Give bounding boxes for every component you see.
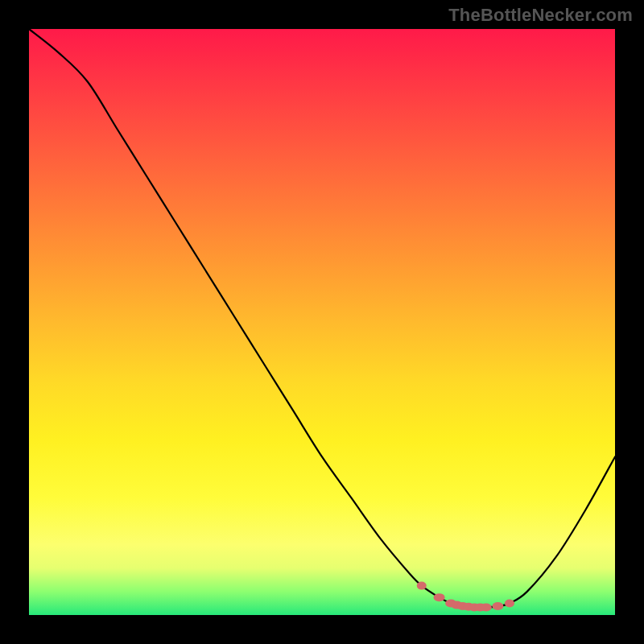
optimal-marker [505, 599, 514, 607]
optimal-marker [492, 602, 503, 610]
watermark-text: TheBottleNecker.com [448, 5, 633, 26]
bottleneck-curve [29, 29, 615, 608]
chart-svg [29, 29, 615, 615]
optimal-markers [417, 582, 514, 612]
optimal-marker [417, 582, 427, 590]
optimal-marker [481, 604, 492, 612]
optimal-marker [434, 593, 445, 601]
